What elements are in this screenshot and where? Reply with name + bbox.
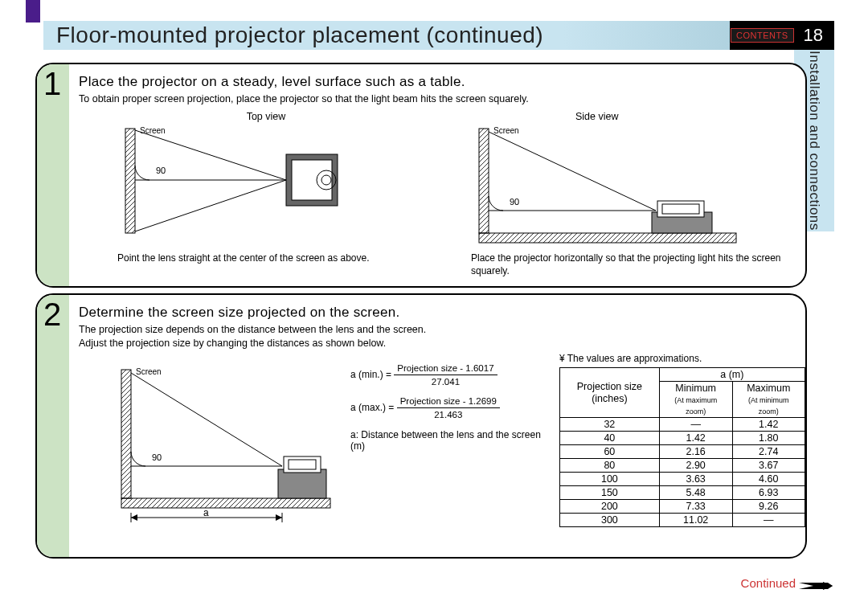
table-row: 30011.02— [560,514,805,527]
continued-label: Continued [741,576,796,590]
th-min-sub: (At maximum zoom) [674,396,717,415]
svg-marker-29 [131,514,137,521]
contents-button[interactable]: CONTENTS [731,28,794,43]
step-heading: Determine the screen size projected on t… [79,305,400,321]
amin-bot: 27.041 [394,375,497,387]
amax-label: a (max.) = [350,402,394,413]
table-cell: 5.48 [659,486,732,500]
svg-rect-8 [479,129,489,233]
table-cell: 4.60 [732,473,805,486]
formulas: a (min.) = Projection size - 1.6017 27.0… [350,363,551,452]
table-row: 802.903.67 [560,459,805,473]
table-row: 32—1.42 [560,418,805,432]
formula-note: a: Distance between the lens and the scr… [350,429,551,452]
table-cell: 11.02 [659,514,732,527]
table-cell: 80 [560,459,660,473]
svg-text:Screen: Screen [136,367,162,376]
table-cell: 1.80 [732,432,805,445]
table-cell: 9.26 [732,500,805,514]
table-cell: 40 [560,432,660,445]
side-view-svg: 90 Screen [471,122,744,247]
table-cell: 6.93 [732,486,805,500]
amin-top: Projection size - 1.6017 [394,363,497,375]
table-cell: 2.16 [659,445,732,459]
step-2-panel: 2 Determine the screen size projected on… [35,293,807,559]
table-row: 1505.486.93 [560,486,805,500]
page-corner: CONTENTS 18 [730,21,834,50]
side-view-label: Side view [471,111,792,122]
amax-bot: 21.463 [397,408,500,420]
approx-note: ¥ The values are approximations. [559,353,702,364]
table-cell: 32 [560,418,660,432]
side-view-caption: Place the projector horizontally so that… [471,252,792,277]
svg-text:Screen: Screen [493,126,519,135]
svg-text:90: 90 [510,197,519,207]
table-row: 401.421.80 [560,432,805,445]
table-cell: 100 [560,473,660,486]
svg-rect-9 [479,233,736,243]
page-number: 18 [804,25,823,46]
formula-amax: a (max.) = Projection size - 1.2699 21.4… [350,396,551,420]
table-cell: 3.63 [659,473,732,486]
step-1-panel: 1 Place the projector on a steady, level… [35,63,807,288]
step-subtext: The projection size depends on the dista… [79,323,561,350]
table-row: 602.162.74 [560,445,805,459]
table-cell: 2.74 [732,445,805,459]
table-cell: 1.42 [659,432,732,445]
th-min: Minimum [675,383,716,394]
top-view-label: Top view [117,111,415,122]
svg-rect-18 [121,498,330,508]
table-cell: 60 [560,445,660,459]
screen-label: Screen [140,126,166,135]
table-row: 1003.634.60 [560,473,805,486]
th-max-sub: (At minimum zoom) [748,396,789,415]
amin-label: a (min.) = [350,369,391,380]
svg-text:a: a [203,507,209,518]
th-size: Projection size (inches) [577,381,642,404]
page-title: Floor-mounted projector placement (conti… [56,23,543,48]
table-row: 2007.339.26 [560,500,805,514]
table-cell: — [659,418,732,432]
projection-table: Projection size (inches) a (m) Minimum(A… [559,367,805,527]
svg-text:90: 90 [152,452,162,462]
svg-rect-0 [125,129,135,233]
distance-svg: 90 Screen a [113,363,338,524]
svg-line-2 [135,180,286,231]
th-am: a (m) [659,368,805,382]
step-subtext: To obtain proper screen projection, plac… [79,92,786,106]
top-view-diagram: Top view 90 Screen Point the lens straig… [117,111,415,264]
table-cell: 2.90 [659,459,732,473]
section-tab-label: Installation and connections [806,51,822,231]
continued-arrow-icon [799,579,833,590]
svg-rect-23 [284,456,321,473]
table-cell: 1.42 [732,418,805,432]
amax-top: Projection size - 1.2699 [397,396,500,408]
top-view-svg: 90 Screen [117,122,366,247]
table-cell: — [732,514,805,527]
step-heading: Place the projector on a steady, level s… [79,74,465,90]
page-header: Floor-mounted projector placement (conti… [43,21,786,50]
svg-rect-5 [292,160,332,200]
svg-rect-14 [657,201,704,217]
step-number: 2 [43,297,61,333]
distance-diagram: 90 Screen a [113,363,338,524]
svg-rect-17 [121,370,131,498]
side-view-diagram: Side view 90 Screen Place the projector … [471,111,792,277]
th-max: Maximum [747,383,790,394]
table-cell: 300 [560,514,660,527]
table-cell: 200 [560,500,660,514]
table-cell: 7.33 [659,500,732,514]
decorative-tab [26,0,40,23]
step-number: 1 [43,66,61,102]
svg-rect-22 [278,469,326,498]
formula-amin: a (min.) = Projection size - 1.6017 27.0… [350,363,551,387]
table-cell: 3.67 [732,459,805,473]
angle-label: 90 [156,166,166,175]
top-view-caption: Point the lens straight at the center of… [117,252,423,264]
table-cell: 150 [560,486,660,500]
step-strip [37,295,69,557]
svg-marker-33 [799,583,833,589]
svg-marker-30 [276,514,282,521]
